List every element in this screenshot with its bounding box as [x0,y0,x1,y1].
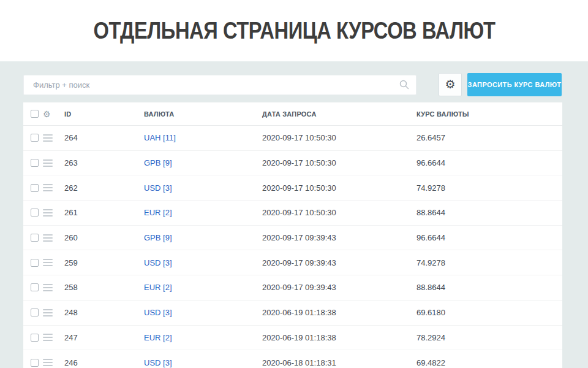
cell-rate: 88.8644 [417,208,562,217]
cell-date: 2020-09-17 09:39:43 [262,283,417,292]
cell-date: 2020-09-17 10:50:30 [262,133,417,142]
cell-rate: 69.6180 [417,308,562,317]
cell-rate: 78.2924 [417,333,562,342]
cell-date: 2020-09-17 10:50:30 [262,158,417,167]
table-row: 263 GPB [9] 2020-09-17 10:50:30 96.6644 [23,151,562,176]
content-area: ⚙ ЗАПРОСИТЬ КУРС ВАЛЮТ ⚙ ID ВАЛЮТА ДАТА … [0,61,588,368]
cell-currency-link[interactable]: GPB [9] [144,233,262,242]
cell-currency-link[interactable]: USD [3] [144,258,262,267]
cell-id: 260 [64,233,144,242]
cell-id: 258 [64,283,144,292]
currency-rates-page: ОТДЕЛЬНАЯ СТРАНИЦА КУРСОВ ВАЛЮТ ⚙ ЗАПРОС… [0,0,588,368]
page-title: ОТДЕЛЬНАЯ СТРАНИЦА КУРСОВ ВАЛЮТ [93,18,495,44]
row-menu-icon[interactable] [43,309,53,316]
cell-id: 247 [64,333,144,342]
column-header-currency[interactable]: ВАЛЮТА [144,110,262,118]
table-row: 262 USD [3] 2020-09-17 10:50:30 74.9278 [23,175,562,201]
gear-icon: ⚙ [445,74,455,96]
row-checkbox[interactable] [31,359,39,367]
select-all-cell [31,110,43,118]
cell-date: 2020-09-17 10:50:30 [262,208,417,217]
table-header-row: ⚙ ID ВАЛЮТА ДАТА ЗАПРОСА КУРС ВАЛЮТЫ [23,102,562,126]
cell-date: 2020-06-18 01:18:31 [262,358,417,367]
row-checkbox-cell [31,184,43,192]
cell-currency-link[interactable]: USD [3] [144,308,262,317]
table-row: 258 EUR [2] 2020-09-17 09:39:43 88.8644 [23,275,562,301]
cell-currency-link[interactable]: USD [3] [144,358,262,367]
search-icon[interactable] [399,80,409,90]
cell-id: 248 [64,308,144,317]
rates-table: ⚙ ID ВАЛЮТА ДАТА ЗАПРОСА КУРС ВАЛЮТЫ 264… [23,102,562,368]
table-row: 259 USD [3] 2020-09-17 09:39:43 74.9278 [23,250,562,275]
row-menu-icon[interactable] [43,359,53,366]
cell-id: 264 [64,133,144,142]
cell-date: 2020-06-19 01:18:38 [262,333,417,342]
row-checkbox[interactable] [31,259,39,267]
column-header-id[interactable]: ID [64,110,144,118]
cell-rate: 26.6457 [417,133,562,142]
cell-date: 2020-09-17 09:39:43 [262,258,417,267]
row-checkbox[interactable] [31,184,39,192]
row-menu-icon[interactable] [43,184,53,191]
cell-currency-link[interactable]: GPB [9] [144,158,262,167]
cell-currency-link[interactable]: EUR [2] [144,208,262,217]
cell-date: 2020-06-19 01:18:38 [262,308,417,317]
cell-id: 259 [64,258,144,267]
settings-button[interactable]: ⚙ [439,73,462,96]
table-row: 260 GPB [9] 2020-09-17 09:39:43 96.6644 [23,226,562,251]
cell-rate: 74.9278 [417,183,562,193]
cell-currency-link[interactable]: UAH [11] [144,133,262,142]
row-checkbox-cell [31,334,43,342]
cell-date: 2020-09-17 09:39:43 [262,233,417,242]
cell-rate: 96.6644 [417,233,562,242]
filter-search-wrap [23,75,417,95]
row-menu-icon[interactable] [43,334,53,341]
toolbar: ⚙ ЗАПРОСИТЬ КУРС ВАЛЮТ [23,73,564,96]
row-checkbox-cell [31,359,43,367]
table-row: 261 EUR [2] 2020-09-17 10:50:30 88.8644 [23,201,562,226]
cell-currency-link[interactable]: EUR [2] [144,333,262,342]
page-header: ОТДЕЛЬНАЯ СТРАНИЦА КУРСОВ ВАЛЮТ [0,0,588,61]
select-all-checkbox[interactable] [31,110,39,118]
row-menu-icon[interactable] [43,134,53,142]
row-checkbox[interactable] [31,334,39,342]
column-header-rate[interactable]: КУРС ВАЛЮТЫ [417,110,562,118]
column-settings-gear-icon[interactable]: ⚙ [43,110,64,118]
row-checkbox-cell [31,209,43,217]
table-row: 264 UAH [11] 2020-09-17 10:50:30 26.6457 [23,126,562,151]
row-menu-icon[interactable] [43,259,53,266]
cell-currency-link[interactable]: EUR [2] [144,283,262,292]
cell-rate: 74.9278 [417,258,562,267]
row-checkbox[interactable] [31,134,39,142]
cell-currency-link[interactable]: USD [3] [144,183,262,193]
table-body: 264 UAH [11] 2020-09-17 10:50:30 26.6457… [23,126,562,368]
row-checkbox-cell [31,283,43,291]
cell-id: 262 [64,183,144,193]
row-menu-icon[interactable] [43,234,53,242]
row-menu-icon[interactable] [43,284,53,291]
cell-id: 263 [64,158,144,167]
row-menu-icon[interactable] [43,159,53,167]
filter-search-input[interactable] [23,75,417,95]
row-checkbox-cell [31,134,43,142]
column-header-date[interactable]: ДАТА ЗАПРОСА [262,110,417,118]
table-row: 248 USD [3] 2020-06-19 01:18:38 69.6180 [23,301,562,326]
row-checkbox[interactable] [31,309,39,316]
row-checkbox[interactable] [31,283,39,291]
table-row: 246 USD [3] 2020-06-18 01:18:31 69.4822 [23,350,562,368]
table-row: 247 EUR [2] 2020-06-19 01:18:38 78.2924 [23,326,562,351]
cell-id: 246 [64,358,144,367]
cell-id: 261 [64,208,144,217]
cell-rate: 69.4822 [417,358,562,367]
row-checkbox-cell [31,309,43,316]
row-checkbox-cell [31,234,43,242]
row-checkbox-cell [31,259,43,267]
row-menu-icon[interactable] [43,209,53,217]
row-checkbox[interactable] [31,209,39,217]
row-checkbox[interactable] [31,234,39,242]
cell-rate: 88.8644 [417,283,562,292]
cell-rate: 96.6644 [417,158,562,167]
row-checkbox[interactable] [31,159,39,167]
request-rates-button[interactable]: ЗАПРОСИТЬ КУРС ВАЛЮТ [467,73,562,96]
row-checkbox-cell [31,159,43,167]
